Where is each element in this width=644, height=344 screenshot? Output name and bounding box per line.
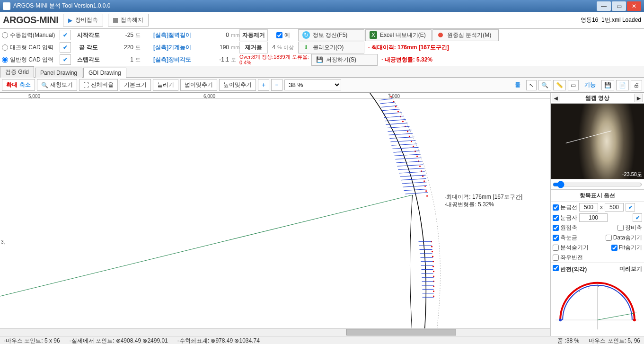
zoom-in-button[interactable]: 확대 축소 [2,79,35,91]
svg-line-43 [387,126,409,128]
preview-canvas [551,275,644,336]
horizontal-scrollbar[interactable] [0,328,550,336]
end-angle-value[interactable]: 220 [106,44,134,51]
disconnect-button[interactable]: 접속해지 [108,14,149,26]
end-angle-label: 끝 각도 [72,44,105,52]
function-label: 기능 [581,79,600,90]
machine-height-label[interactable]: [실측]기계높이 [144,44,201,52]
lr-flip-check[interactable]: 좌우반전 [553,254,583,262]
svg-line-51 [394,154,420,156]
ruler-tick-6000: 6,000 [203,94,215,99]
maximize-button[interactable]: ▭ [612,1,626,11]
mode-symmetric-apply[interactable]: ✔ [60,42,71,53]
cut-length-value[interactable]: 0 [202,32,230,38]
mode-general-radio[interactable]: 일반형 CAD 입력 [2,56,59,64]
axis-scale-check[interactable]: 축눈금 [553,234,577,242]
drawing-canvas[interactable]: 5,000 6,000 7,000 3, ·최대이격: 176mm [167도구… [0,93,550,336]
svg-point-86 [608,288,609,289]
analysis-hide-check[interactable]: 분석숨기기 [553,244,589,252]
close-button[interactable]: ✕ [627,1,641,11]
minus-button[interactable]: － [271,79,282,91]
rect-tool[interactable]: ▭ [568,80,579,90]
disk-button[interactable]: 💾 [601,80,614,90]
excel-export-button[interactable]: XExcel 내보내기(E) [365,29,432,41]
zoom-tool[interactable]: 🔍 [538,80,551,90]
pointer-tool[interactable]: ↖ [526,80,537,90]
svg-point-4 [395,106,397,107]
svg-line-62 [405,193,428,194]
fit-hide-check[interactable]: Fit숨기기 [611,244,642,252]
status-deform-rate: · 내공변형률: 5.32% [381,56,432,64]
device-angle-label[interactable]: [실측]장비각도 [144,56,201,64]
step-angle-value[interactable]: 1 [106,56,134,63]
device-axis-check[interactable]: 장비축 [618,224,642,232]
connect-button[interactable]: ▶ 장비접속 [63,14,103,26]
origsize-button[interactable]: 기본크기 [120,79,151,91]
doc-button[interactable]: 📄 [616,80,629,90]
svg-point-5 [397,111,399,112]
remove-rate-label: 제거율 [239,42,268,53]
mode-general-apply[interactable]: ✔ [60,54,71,65]
newwindow-button[interactable]: 🔍새창보기 [37,79,77,91]
canvas-annot-max: ·최대이격: 176mm [167도구간] [445,193,522,201]
ruler-tick-7000: 7,000 [388,94,400,99]
ruler-val-input[interactable]: 100 [579,213,608,222]
svg-line-45 [388,133,413,135]
auto-remove-label: 자동제거 [239,29,268,41]
minimize-button[interactable]: — [597,1,611,11]
svg-point-81 [633,318,636,321]
auto-remove-check[interactable]: 예 [269,31,297,39]
load-button[interactable]: ⬇불러오기(O) [298,42,364,53]
data-hide-check[interactable]: Data숨기기 [606,234,642,242]
grid-x-input[interactable]: 500 [579,203,598,212]
tab-panel[interactable]: Panel Drawing [35,68,82,78]
disconnect-label: 접속해지 [121,16,143,24]
zoom-select[interactable]: 38 % [284,79,341,90]
fitwidth-button[interactable]: 넓이맞추기 [180,79,217,91]
ruler-apply[interactable]: ✔ [633,213,642,222]
gridline-check[interactable]: 눈금선 [553,203,577,212]
mode-symmetric-radio[interactable]: 대골형 CAD 입력 [2,44,59,52]
grid-apply[interactable]: ✔ [626,203,635,212]
cut-length-label[interactable]: [실측]절벽길이 [144,31,201,39]
remove-rate-value[interactable]: 4 % 이상 [269,44,297,51]
svg-point-24 [431,246,432,247]
ruler-tool[interactable]: 📏 [553,80,566,90]
refresh-button[interactable]: ↻정보 갱신(F5) [298,29,364,41]
tab-gdi[interactable]: GDI Drawing [83,68,126,78]
tab-grid[interactable]: 검증 Grid [0,66,34,78]
save-button[interactable]: 💾저장하기(S) [311,54,378,66]
status-math: -수학좌표계: ⊗978.49 ⊗1034.74 [177,337,260,344]
webcam-next-button[interactable]: ▶ [635,94,643,102]
origin-axis-check[interactable]: 원점축 [553,224,577,232]
window-titlebar: ARGOS-MINI 분석 Tool Version1.0.0.0 — ▭ ✕ [0,0,644,12]
svg-point-33 [433,291,434,292]
fitheight-button[interactable]: 높이맞추기 [219,79,256,91]
webcam-prev-button[interactable]: ◀ [552,94,560,102]
device-angle-value[interactable]: -1.1 [202,56,230,63]
stretch-button[interactable]: 늘리기 [153,79,178,91]
mode-manual-radio[interactable]: 수동입력(Manual) [2,31,59,39]
tab-strip: 검증 Grid Panel Drawing GDI Drawing [0,66,644,78]
mode-manual-apply[interactable]: ✔ [60,30,71,40]
svg-line-57 [400,175,425,176]
svg-point-88 [626,298,627,299]
fullfit-button[interactable]: ⛶전체비율 [79,79,118,91]
svg-point-32 [433,286,434,287]
machine-height-value[interactable]: 190 [202,44,230,51]
download-icon: ⬇ [302,44,310,51]
svg-point-26 [432,256,433,257]
start-angle-value[interactable]: -25 [106,32,134,38]
grid-y-input[interactable]: 500 [605,203,624,212]
circle-analyzer-button[interactable]: 원중심 분석기(M) [432,29,499,41]
svg-point-18 [422,176,423,177]
plus-button[interactable]: ＋ [258,79,269,91]
webcam-slider[interactable] [551,179,644,190]
svg-point-87 [617,291,618,292]
preview-label: 미리보기 [619,265,642,273]
ruler-check[interactable]: 눈금자 [553,214,577,222]
svg-point-7 [402,121,404,122]
svg-point-21 [425,190,427,192]
print-button[interactable]: 🖨 [631,80,642,90]
invert-outer-check[interactable]: 반전(외각) [553,265,587,273]
